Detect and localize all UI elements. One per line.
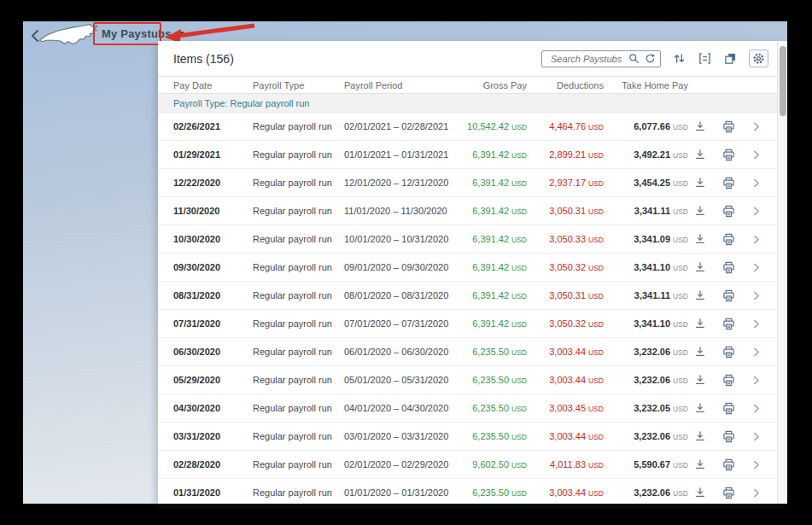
download-paystub-button[interactable] [693,260,707,274]
search-field[interactable] [541,50,661,67]
screenshot-frame: My Paystubs Items (156) [0,0,812,525]
table-row[interactable]: 06/30/2020Regular payroll run06/01/2020 … [158,338,787,366]
row-detail-chevron[interactable] [751,459,762,470]
row-detail-chevron[interactable] [751,318,762,330]
download-paystub-button[interactable] [693,289,707,302]
print-paystub-button[interactable] [721,373,736,388]
cell-take-home-pay: 3,341.10USD [604,318,688,329]
column-header-deductions[interactable]: Deductions [527,80,604,90]
cell-gross-pay: 6,391.42USD [455,290,527,300]
cell-gross-pay: 6,391.42USD [455,149,527,160]
print-paystub-button[interactable] [721,260,736,275]
print-paystub-button[interactable] [721,345,736,359]
cell-pay-date: 09/30/2020 [173,262,253,272]
row-actions [688,260,768,275]
currency-label: USD [673,151,688,160]
row-detail-chevron[interactable] [751,290,762,301]
export-button[interactable] [723,51,738,66]
cell-gross-pay: 6,391.42USD [455,318,527,329]
print-paystub-button[interactable] [721,429,736,444]
download-paystub-button[interactable] [693,486,707,499]
print-paystub-button[interactable] [721,176,736,190]
download-icon [694,177,706,189]
cell-payroll-period: 11/01/2020 – 11/30/2020 [344,206,455,216]
download-paystub-button[interactable] [693,317,707,330]
table-row[interactable]: 02/28/2020Regular payroll run02/01/2020 … [158,451,787,479]
cell-take-home-pay: 3,232.05USD [604,403,688,413]
table-row[interactable]: 09/30/2020Regular payroll run09/01/2020 … [158,254,787,282]
download-paystub-button[interactable] [693,120,707,133]
row-detail-chevron[interactable] [751,178,762,189]
table-row[interactable]: 12/22/2020Regular payroll run12/01/2020 … [158,169,787,197]
cell-payroll-type: Regular payroll run [253,375,344,385]
table-row[interactable]: 02/26/2021Regular payroll run02/01/2021 … [158,113,787,141]
download-paystub-button[interactable] [693,401,707,415]
download-paystub-button[interactable] [693,204,707,218]
column-header-pay-date[interactable]: Pay Date [173,80,253,90]
print-paystub-button[interactable] [721,458,736,472]
cell-payroll-type: Regular payroll run [253,403,344,413]
table-row[interactable]: 01/29/2021Regular payroll run01/01/2021 … [158,141,787,169]
print-paystub-button[interactable] [721,401,736,416]
download-paystub-button[interactable] [693,345,707,359]
column-header-payroll-type[interactable]: Payroll Type [253,80,344,90]
table-row[interactable]: 04/30/2020Regular payroll run04/01/2020 … [158,394,787,423]
page-title[interactable]: My Paystubs [102,27,184,40]
cell-take-home-pay-amount: 3,232.06 [634,487,670,498]
table-row[interactable]: 07/31/2020Regular payroll run07/01/2020 … [158,310,787,338]
download-paystub-button[interactable] [693,232,707,246]
row-detail-chevron[interactable] [751,206,762,217]
group-button[interactable] [698,51,712,66]
table-row[interactable]: 05/29/2020Regular payroll run05/01/2020 … [158,366,787,394]
row-detail-chevron[interactable] [751,234,762,245]
row-actions [688,204,768,219]
table-row[interactable]: 03/31/2020Regular payroll run03/01/2020 … [158,423,787,451]
download-paystub-button[interactable] [693,458,707,471]
download-paystub-button[interactable] [693,373,707,387]
row-detail-chevron[interactable] [751,149,762,160]
cell-pay-date: 01/31/2020 [173,487,253,498]
row-detail-chevron[interactable] [751,121,762,132]
print-paystub-button[interactable] [721,120,736,134]
scrollbar-thumb[interactable] [780,46,786,116]
row-detail-chevron[interactable] [751,487,762,499]
column-header-gross-pay[interactable]: Gross Pay [455,80,527,90]
table-row[interactable]: 01/31/2020Regular payroll run01/01/2020 … [158,479,787,504]
print-paystub-button[interactable] [721,204,736,219]
download-paystub-button[interactable] [693,429,707,443]
cell-take-home-pay: 3,232.06USD [604,487,688,498]
cell-payroll-period: 08/01/2020 – 08/31/2020 [344,290,455,300]
search-icon[interactable] [628,53,640,64]
row-detail-chevron[interactable] [751,375,762,386]
search-input[interactable] [549,53,623,65]
print-paystub-button[interactable] [721,232,736,247]
table-row[interactable]: 08/31/2020Regular payroll run08/01/2020 … [158,282,787,310]
download-paystub-button[interactable] [693,176,707,190]
cell-gross-pay-amount: 9,602.50 [472,459,509,470]
download-paystub-button[interactable] [693,148,707,161]
print-paystub-button[interactable] [721,486,736,500]
print-paystub-button[interactable] [721,317,736,331]
row-detail-chevron[interactable] [751,403,762,414]
cell-pay-date: 01/29/2021 [173,149,253,160]
column-header-take-home-pay[interactable]: Take Home Pay [604,80,688,90]
print-paystub-button[interactable] [721,289,736,303]
table-row[interactable]: 11/30/2020Regular payroll run11/01/2020 … [158,197,787,225]
download-icon [694,120,706,132]
currency-label: USD [673,461,688,470]
row-detail-chevron[interactable] [751,431,762,442]
settings-button[interactable] [749,50,768,67]
print-paystub-button[interactable] [721,148,736,162]
vertical-scrollbar[interactable] [777,41,787,504]
column-header-payroll-period[interactable]: Payroll Period [344,80,455,90]
cell-payroll-type: Regular payroll run [253,347,344,357]
sort-button[interactable] [672,51,686,66]
table-row[interactable]: 10/30/2020Regular payroll run10/01/2020 … [158,225,787,254]
row-detail-chevron[interactable] [751,347,762,358]
download-icon [694,374,706,386]
row-detail-chevron[interactable] [751,262,762,273]
cell-pay-date: 05/29/2020 [173,375,253,385]
download-icon [694,402,706,414]
refresh-icon[interactable] [645,53,656,64]
cell-payroll-period: 10/01/2020 – 10/31/2020 [344,234,455,244]
